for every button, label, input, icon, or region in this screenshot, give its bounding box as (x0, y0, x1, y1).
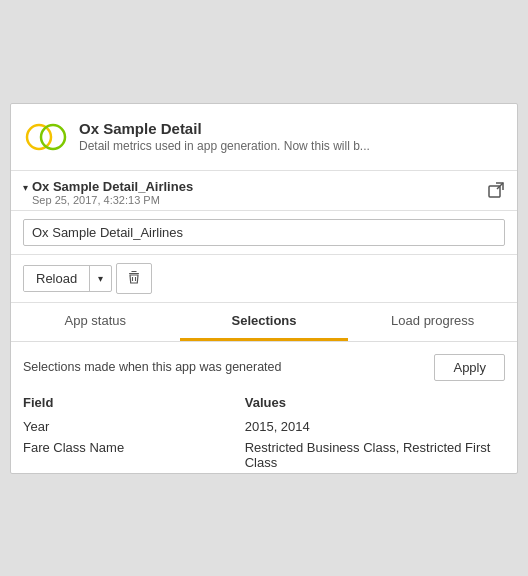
search-row (11, 211, 517, 255)
reload-button[interactable]: Reload (24, 266, 90, 291)
subheader: ▾ Ox Sample Detail_Airlines Sep 25, 2017… (11, 171, 517, 211)
tab-app-status[interactable]: App status (11, 303, 180, 341)
reload-dropdown-button[interactable]: ▾ (90, 268, 111, 289)
delete-button[interactable] (116, 263, 152, 294)
expand-icon[interactable]: ▾ (23, 182, 28, 193)
svg-point-0 (27, 125, 51, 149)
search-input[interactable] (23, 219, 505, 246)
app-date: Sep 25, 2017, 4:32:13 PM (32, 194, 193, 206)
app-title: Ox Sample Detail (79, 120, 370, 137)
reload-button-group: Reload ▾ (23, 265, 112, 292)
column-header-values: Values (245, 391, 505, 416)
column-header-field: Field (23, 391, 245, 416)
app-subtitle: Detail metrics used in app generation. N… (79, 139, 370, 153)
header: Ox Sample Detail Detail metrics used in … (11, 104, 517, 171)
subheader-left: ▾ Ox Sample Detail_Airlines Sep 25, 2017… (23, 179, 193, 206)
tab-load-progress[interactable]: Load progress (348, 303, 517, 341)
svg-point-1 (41, 125, 65, 149)
field-cell: Fare Class Name (23, 437, 245, 473)
external-link-icon[interactable] (487, 181, 505, 203)
selections-description: Selections made when this app was genera… (23, 360, 282, 374)
tabs-bar: App status Selections Load progress (11, 303, 517, 342)
tab-content-selections: Selections made when this app was genera… (11, 342, 517, 473)
table-header-row: Field Values (23, 391, 505, 416)
field-cell: Year (23, 416, 245, 437)
table-row: Fare Class Name Restricted Business Clas… (23, 437, 505, 473)
apply-button[interactable]: Apply (434, 354, 505, 381)
subheader-info: Ox Sample Detail_Airlines Sep 25, 2017, … (32, 179, 193, 206)
main-panel: Ox Sample Detail Detail metrics used in … (10, 103, 518, 474)
ox-logo-icon (23, 114, 69, 160)
values-cell: Restricted Business Class, Restricted Fi… (245, 437, 505, 473)
tab-selections[interactable]: Selections (180, 303, 349, 341)
svg-rect-4 (129, 273, 139, 274)
toolbar-row: Reload ▾ (11, 255, 517, 303)
app-name: Ox Sample Detail_Airlines (32, 179, 193, 194)
table-row: Year 2015, 2014 (23, 416, 505, 437)
selections-header: Selections made when this app was genera… (23, 354, 505, 381)
header-text: Ox Sample Detail Detail metrics used in … (79, 120, 370, 153)
values-cell: 2015, 2014 (245, 416, 505, 437)
selections-table: Field Values Year 2015, 2014 Fare Class … (23, 391, 505, 473)
